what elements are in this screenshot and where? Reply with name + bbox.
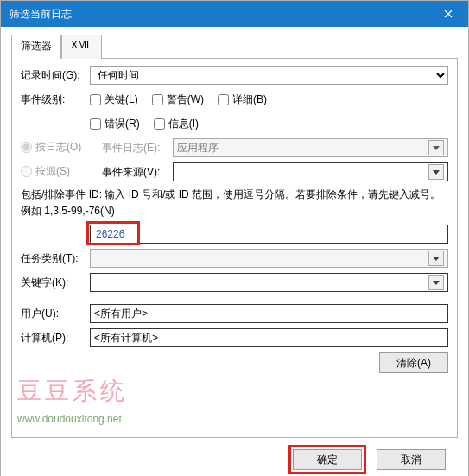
chk-error[interactable]: 错误(R) <box>90 117 140 131</box>
chevron-down-icon <box>428 140 444 155</box>
ok-button[interactable]: 确定 <box>293 449 362 470</box>
chevron-down-icon[interactable] <box>428 251 444 266</box>
label-event-log: 事件日志(E): <box>102 141 173 155</box>
dialog-title: 筛选当前日志 <box>10 7 72 22</box>
keywords-combo[interactable] <box>90 273 448 292</box>
cancel-button[interactable]: 取消 <box>377 449 446 470</box>
tab-xml[interactable]: XML <box>61 35 102 59</box>
label-keywords: 关键字(K): <box>21 276 90 290</box>
dialog-footer: 确定 取消 <box>11 438 458 476</box>
task-category-combo[interactable] <box>90 249 448 268</box>
computer-input[interactable] <box>90 328 448 347</box>
chevron-down-icon[interactable] <box>428 275 444 290</box>
event-log-combo: 应用程序 <box>173 138 448 157</box>
ok-highlight: 确定 <box>288 445 366 474</box>
chk-critical[interactable]: 关键(L) <box>90 92 138 107</box>
radio-by-source: 按源(S) <box>21 164 70 179</box>
tabs: 筛选器 XML 记录时间(G): 任何时间 事件级别: 关键(L) 警告(W) … <box>11 34 458 438</box>
event-id-input[interactable] <box>90 225 448 244</box>
label-computer: 计算机(P): <box>21 331 90 346</box>
label-user: 用户(U): <box>21 307 90 321</box>
dialog-window: 筛选当前日志 筛选器 XML 记录时间(G): 任何时间 事件级别: 关键(L) <box>0 0 469 476</box>
event-id-hint: 包括/排除事件 ID: 输入 ID 号和/或 ID 范围，使用逗号分隔。若要排除… <box>21 187 448 219</box>
user-input[interactable] <box>90 304 448 323</box>
label-event-source: 事件来源(V): <box>102 165 173 180</box>
tab-filter[interactable]: 筛选器 <box>11 35 61 59</box>
radio-by-log: 按日志(O) <box>21 140 81 155</box>
event-source-combo[interactable] <box>173 162 448 181</box>
tab-strip: 筛选器 XML <box>11 35 458 59</box>
clear-button[interactable]: 清除(A) <box>379 352 448 373</box>
label-level: 事件级别: <box>21 92 90 107</box>
chevron-down-icon[interactable] <box>428 164 444 180</box>
close-icon <box>444 10 453 18</box>
label-logged: 记录时间(G): <box>21 68 90 83</box>
chk-info[interactable]: 信息(I) <box>154 117 199 131</box>
watermark-brand: 豆豆系统 <box>17 375 128 408</box>
dialog-body: 筛选器 XML 记录时间(G): 任何时间 事件级别: 关键(L) 警告(W) … <box>1 27 468 476</box>
logged-select[interactable]: 任何时间 <box>90 66 448 85</box>
label-task-category: 任务类别(T): <box>21 251 90 266</box>
close-button[interactable] <box>428 1 468 27</box>
chk-verbose[interactable]: 详细(B) <box>218 92 267 107</box>
titlebar: 筛选当前日志 <box>1 1 468 27</box>
chk-warning[interactable]: 警告(W) <box>152 92 204 107</box>
tab-panel: 记录时间(G): 任何时间 事件级别: 关键(L) 警告(W) 详细(B) 错误… <box>11 58 458 438</box>
watermark-url: www.doudouxitong.net <box>17 413 122 425</box>
